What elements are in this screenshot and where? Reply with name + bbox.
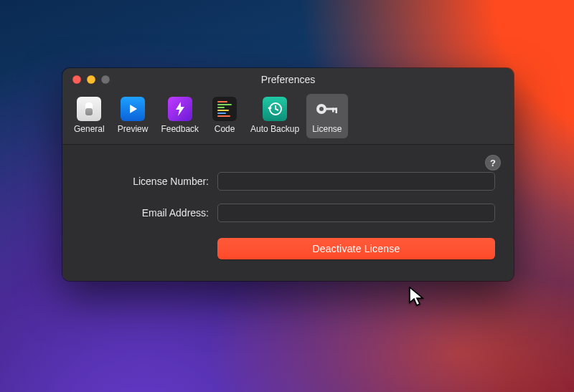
tab-code[interactable]: Code — [206, 94, 243, 138]
tab-label: Preview — [118, 124, 149, 134]
license-number-row: License Number: — [81, 172, 495, 191]
switch-icon — [77, 97, 101, 121]
code-icon — [212, 97, 237, 121]
svg-marker-1 — [176, 102, 184, 116]
tab-label: Code — [215, 124, 235, 134]
email-row: Email Address: — [81, 204, 495, 222]
time-machine-icon — [263, 97, 287, 121]
license-number-input[interactable] — [217, 172, 495, 191]
svg-rect-7 — [335, 108, 337, 114]
tab-auto-backup[interactable]: Auto Backup — [245, 94, 305, 138]
tab-preview[interactable]: Preview — [112, 94, 154, 138]
minimize-window-button[interactable] — [87, 75, 95, 84]
email-label: Email Address: — [81, 207, 217, 219]
help-button[interactable]: ? — [485, 155, 501, 171]
license-pane: ? License Number: Email Address: Deactiv… — [62, 145, 514, 281]
license-number-label: License Number: — [81, 176, 217, 187]
key-icon — [315, 97, 339, 121]
svg-marker-8 — [410, 287, 423, 305]
tab-label: Feedback — [161, 124, 199, 134]
tab-label: General — [74, 124, 105, 134]
tab-general[interactable]: General — [68, 94, 110, 138]
tab-license[interactable]: License — [306, 94, 347, 138]
play-icon — [121, 97, 145, 121]
svg-marker-0 — [130, 105, 137, 113]
zoom-window-button[interactable] — [101, 75, 110, 84]
preferences-toolbar: General Preview Feedback — [62, 91, 514, 145]
preferences-window: Preferences General Preview Feedback — [62, 68, 514, 281]
svg-point-4 — [319, 107, 324, 111]
mouse-cursor-icon — [409, 287, 428, 308]
tab-feedback[interactable]: Feedback — [155, 94, 204, 138]
svg-rect-6 — [332, 108, 334, 113]
action-row: Deactivate License — [81, 238, 495, 259]
titlebar: Preferences — [62, 68, 514, 91]
close-window-button[interactable] — [72, 75, 81, 84]
svg-rect-5 — [325, 108, 337, 110]
tab-label: Auto Backup — [250, 124, 299, 134]
lightning-icon — [168, 97, 192, 121]
email-input[interactable] — [217, 204, 495, 222]
window-title: Preferences — [261, 74, 315, 85]
window-controls — [72, 75, 110, 84]
tab-label: License — [312, 124, 342, 134]
deactivate-license-button[interactable]: Deactivate License — [217, 238, 495, 259]
